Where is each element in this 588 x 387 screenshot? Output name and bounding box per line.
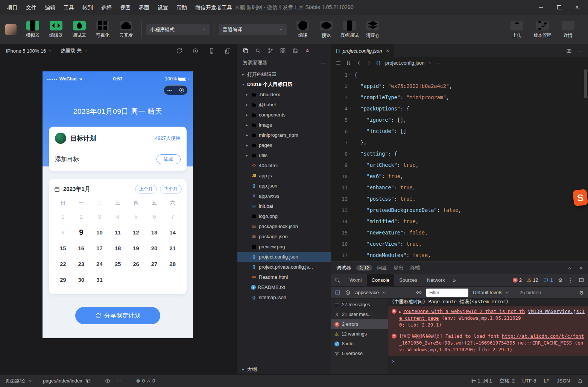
add-goal-button[interactable]: 添加 (156, 154, 181, 164)
problems-indicator[interactable]: ⊗0 △0 (136, 378, 155, 384)
file-item[interactable]: {}sitemap.json (237, 292, 331, 302)
fold-arrow-icon[interactable] (348, 73, 352, 77)
collapse-icon[interactable] (567, 266, 572, 271)
warning-count[interactable]: ⚠12 (527, 277, 538, 283)
list-button[interactable]: 详情 (557, 19, 579, 40)
branch-button[interactable]: 版本管理 (532, 19, 553, 40)
close-icon[interactable]: × (579, 265, 583, 271)
file-item[interactable]: JSapp.js (237, 171, 331, 181)
console-prompt[interactable]: > (388, 355, 588, 367)
share-plan-button[interactable]: 分享制定计划 (75, 307, 160, 324)
console-filter-item[interactable]: ×2 errors (331, 319, 388, 329)
file-item[interactable]: {}app.json (237, 181, 331, 191)
file-item[interactable]: ▤package.json (237, 231, 331, 242)
menu-item[interactable]: 编辑 (41, 0, 59, 15)
more-button[interactable]: ⋯ (164, 88, 176, 93)
multi-window-icon[interactable] (225, 48, 231, 54)
hot-reload-toggle[interactable]: 热重载 关 (61, 47, 88, 54)
calendar-day[interactable]: 10 (90, 229, 109, 236)
menu-item[interactable]: 工具 (59, 0, 78, 15)
error-count[interactable]: ×2 (513, 278, 522, 283)
open-editors-section[interactable]: ▸打开的编辑器 (237, 69, 331, 79)
more-actions-icon[interactable]: ⋯ (435, 60, 440, 66)
calendar-day[interactable]: 12 (127, 229, 145, 236)
file-item[interactable]: <>404.html (237, 160, 331, 171)
save-icon[interactable] (292, 48, 298, 54)
calendar-day[interactable]: 30 (72, 277, 91, 283)
menu-item[interactable]: 文件 (22, 0, 41, 15)
calendar-day[interactable]: 16 (72, 245, 91, 251)
eye-button[interactable]: 预览 (315, 19, 337, 40)
calendar-day[interactable]: 26 (127, 261, 145, 267)
calendar-day[interactable]: 3 (90, 213, 109, 220)
more-actions-icon[interactable]: ⋯ (117, 378, 122, 384)
statusbar-item[interactable]: JSON (557, 378, 570, 384)
floating-logo[interactable]: S (573, 189, 588, 206)
minimize-button[interactable]: ─ (538, 4, 544, 11)
calendar-day[interactable]: 18 (109, 245, 127, 251)
console-link[interactable]: net::ERR_CACHE_MISS (518, 340, 572, 346)
tab-sources[interactable]: Sources (394, 274, 422, 286)
console-message[interactable]: ×[渲染层网络层错误] Failed to load font http://a… (388, 331, 588, 355)
file-item[interactable]: ⊞init.bat (237, 201, 331, 211)
menu-item[interactable]: 选择 (97, 0, 116, 15)
page-path-label[interactable]: 页面路径 (5, 378, 25, 384)
code-line[interactable]: "packOptions": { (354, 103, 588, 114)
settings-gear-icon[interactable]: ⚙ (558, 277, 563, 283)
search-icon[interactable] (255, 48, 261, 54)
calendar-day[interactable]: 25 (109, 261, 127, 267)
panel-tab[interactable]: 问题 (377, 265, 387, 271)
console-settings-icon[interactable]: ⚙ (579, 290, 584, 295)
code-line[interactable]: "coverView": true, (354, 238, 588, 249)
folder-item[interactable]: ▸.hbuilderx (237, 89, 331, 100)
calendar-day[interactable]: 29 (54, 277, 72, 283)
prev-month-button[interactable]: 上个月 (135, 185, 157, 194)
menu-item[interactable]: 视图 (116, 0, 135, 15)
maximize-button[interactable] (556, 4, 562, 11)
grid-button[interactable]: 可视化 (92, 19, 114, 40)
calendar-day[interactable]: 4 (109, 213, 127, 220)
console-link[interactable]: routeDone with a webviewId 2 that is not… (399, 308, 525, 321)
phone-button[interactable]: 模拟器 (22, 19, 44, 40)
refresh-button[interactable]: 编译 (292, 19, 314, 40)
mode-dropdown[interactable]: 小程序模式 (146, 24, 210, 35)
project-root[interactable]: ▾D1019 个人目标日历 (237, 79, 331, 89)
calendar-day[interactable]: 1 (54, 213, 72, 220)
page-path-value[interactable]: pages/index/index (43, 378, 82, 384)
tab-wxml[interactable]: Wxml (345, 274, 367, 286)
code-area[interactable]: 1234567891011121314151617 { "appid": "wx… (331, 68, 588, 262)
close-button[interactable]: × (574, 4, 580, 11)
statusbar-item[interactable]: UTF-8 (522, 378, 536, 384)
outline-section[interactable]: ▸ 大纲 (237, 364, 331, 374)
calendar-day[interactable]: 9 (72, 228, 91, 237)
next-month-button[interactable]: 下个月 (160, 185, 182, 194)
file-item[interactable]: ▤package-lock.json (237, 221, 331, 231)
code-line[interactable]: "preloadBackgroundData": false, (354, 204, 588, 216)
code-line[interactable]: { (354, 69, 588, 80)
folder-item[interactable]: ▸image (237, 120, 331, 130)
dock-panel-icon[interactable] (579, 277, 584, 283)
calendar-day[interactable]: 31 (90, 277, 109, 283)
folder-item[interactable]: ▸@babel (237, 100, 331, 110)
calendar-day[interactable]: 8 (54, 229, 72, 236)
console-message[interactable]: ×▶routeDone with a webviewId 2 that is n… (388, 306, 588, 331)
menu-item[interactable]: 设置 (153, 0, 172, 15)
file-item[interactable]: {}project.config.json (237, 252, 331, 262)
calendar-day[interactable]: 19 (127, 245, 145, 251)
console-filter-item[interactable]: ⚠12 warnings (331, 329, 388, 339)
message-count[interactable]: 1 (543, 278, 553, 283)
more-actions-icon[interactable]: ⋯ (320, 60, 325, 66)
more-tabs-icon[interactable]: » (450, 274, 459, 286)
calendar-day[interactable]: 28 (163, 261, 182, 267)
outline-list-icon[interactable] (336, 60, 341, 66)
git-branch-icon[interactable] (267, 48, 273, 54)
forward-arrow-icon[interactable] (366, 60, 372, 66)
bookmark-icon[interactable] (346, 60, 351, 66)
file-item[interactable]: #app.wxss (237, 191, 331, 201)
statusbar-item[interactable]: LF (544, 378, 549, 384)
code-line[interactable]: "compileType": "miniprogram", (354, 92, 588, 103)
kebab-menu-icon[interactable]: ⋮ (568, 277, 573, 283)
tab-console[interactable]: Console (367, 274, 395, 286)
files-icon[interactable] (243, 48, 249, 54)
console-filter-item[interactable]: i8 info (331, 339, 388, 349)
